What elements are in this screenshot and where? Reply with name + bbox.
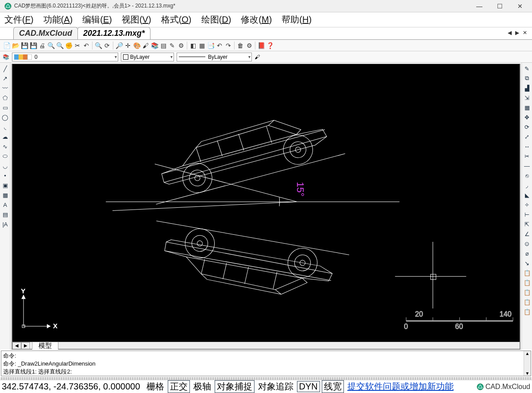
line-icon[interactable]: ╱ [1, 65, 9, 72]
status-feedback-link[interactable]: 提交软件问题或增加新功能 [347, 381, 454, 393]
status-grid[interactable]: 栅格 [145, 381, 166, 393]
circle-icon[interactable]: ◯ [1, 113, 9, 121]
status-ortho[interactable]: 正交 [168, 380, 190, 393]
explode-icon[interactable]: ✧ [523, 201, 531, 209]
layer-combo[interactable]: 0 ▾ [12, 53, 118, 61]
mirror-icon[interactable]: ▟ [523, 84, 531, 92]
menu-func[interactable]: 功能(A) [43, 14, 73, 26]
doc-tab-1[interactable]: CAD.MxCloud [13, 27, 78, 39]
crosshair-icon[interactable]: ✛ [124, 42, 132, 50]
minimize-button[interactable]: — [469, 0, 490, 12]
zoom-realtime-icon[interactable]: 🔍 [94, 42, 102, 50]
zoom-window-icon[interactable]: 🔍 [56, 42, 64, 50]
stretch-icon[interactable]: ↔ [523, 142, 531, 150]
command-window[interactable]: 命令: 命令: _Draw2LineAngularDimension 选择直线段… [1, 351, 531, 376]
find-icon[interactable]: 🔎 [115, 42, 123, 50]
fillet-icon[interactable]: ◞ [523, 181, 531, 189]
clipboard-copy-icon[interactable]: 📋 [523, 269, 531, 277]
status-dyn[interactable]: DYN [297, 381, 320, 392]
clipboard-paste-icon[interactable]: 📋 [523, 279, 531, 286]
rectangle-icon[interactable]: ▭ [1, 103, 9, 111]
dim-diameter-icon[interactable]: ⌀ [523, 249, 531, 257]
regen-icon[interactable]: ⟳ [103, 42, 111, 50]
dim-radius-icon[interactable]: ⊙ [523, 240, 531, 248]
block-icon[interactable]: ◧ [189, 42, 197, 50]
tab-close-icon[interactable]: ✕ [521, 30, 528, 36]
maximize-button[interactable]: ☐ [490, 0, 510, 12]
menu-modify[interactable]: 修改(M) [241, 14, 272, 26]
color-combo[interactable]: ByLayer▾ [121, 53, 174, 61]
status-osnap[interactable]: 对象捕捉 [215, 380, 254, 393]
ellipse-icon[interactable]: ⬭ [1, 152, 9, 160]
mtext-icon[interactable]: |A [1, 220, 9, 228]
trim-icon[interactable]: ✂ [523, 152, 531, 160]
doc-tab-2[interactable]: 2021.12.13.mxg* [77, 27, 150, 39]
purge-icon[interactable]: 🗑 [236, 42, 244, 50]
extend-icon[interactable]: ― [523, 162, 531, 170]
save-icon[interactable]: 💾 [20, 42, 28, 50]
array-icon[interactable]: ▦ [523, 103, 531, 111]
drawing-canvas[interactable]: 15° [12, 64, 520, 342]
cut-icon[interactable]: ✂ [73, 42, 81, 50]
linetype-combo[interactable]: ByLayer▾ [177, 53, 252, 61]
open-icon[interactable]: 📂 [12, 42, 19, 50]
tab-prev-icon[interactable]: ◀ [506, 30, 513, 36]
text-icon[interactable]: A [1, 201, 9, 209]
dim-angular-icon[interactable]: ∠ [523, 230, 531, 238]
undo-path-icon[interactable]: ↶ [82, 42, 90, 50]
rotate-icon[interactable]: ⟳ [523, 123, 531, 131]
point-icon[interactable]: • [1, 172, 9, 179]
cmd-scrollbar[interactable]: ▲▼ [524, 351, 531, 376]
zoom-extents-icon[interactable]: 🔍 [47, 42, 55, 50]
clipboard-cut-icon[interactable]: 📋 [523, 288, 531, 296]
break-icon[interactable]: ⎋ [523, 172, 531, 179]
help-icon[interactable]: ❓ [266, 42, 274, 50]
leader-icon[interactable]: ↘ [523, 259, 531, 267]
spline-icon[interactable]: ∿ [1, 142, 9, 150]
ellipse-arc-icon[interactable]: ◡ [1, 162, 9, 170]
chamfer-icon[interactable]: ◣ [523, 191, 531, 199]
polyline-icon[interactable]: 〰 [1, 84, 9, 92]
xref-icon[interactable]: 📑 [207, 42, 215, 50]
menu-file[interactable]: 文件(F) [4, 14, 34, 26]
dim-aligned-icon[interactable]: ⇱ [523, 220, 531, 228]
tab-next-icon[interactable]: ▶ [514, 30, 520, 36]
polygon-icon[interactable]: ⬠ [1, 94, 9, 102]
menu-format[interactable]: 格式(O) [161, 14, 192, 26]
erase-icon[interactable]: ✎ [523, 65, 531, 72]
table-icon[interactable]: ▤ [1, 210, 9, 218]
xline-icon[interactable]: ↗ [1, 74, 9, 82]
dim-linear-icon[interactable]: ⊢ [523, 210, 531, 218]
close-button[interactable]: ✕ [510, 0, 530, 12]
matchprop-icon[interactable]: 🖌 [254, 54, 260, 60]
move-icon[interactable]: ✥ [523, 113, 531, 121]
new-icon[interactable]: 📄 [3, 42, 11, 50]
copy-icon[interactable]: ⧉ [523, 74, 531, 82]
tab-scroll-right-icon[interactable]: ▶ [21, 342, 30, 349]
clipboard-4-icon[interactable]: 📋 [523, 298, 531, 306]
revcloud-icon[interactable]: ☁ [1, 133, 9, 141]
menu-draw[interactable]: 绘图(D) [201, 14, 231, 26]
menu-help[interactable]: 帮助(H) [281, 14, 312, 26]
arc-icon[interactable]: ◟ [1, 123, 9, 131]
menu-edit[interactable]: 编辑(E) [82, 14, 112, 26]
edit-line-icon[interactable]: ✎ [168, 42, 176, 50]
properties-icon[interactable]: ⚙ [177, 42, 185, 50]
clipboard-5-icon[interactable]: 📋 [523, 308, 531, 316]
saveas-icon[interactable]: 💾 [29, 42, 37, 50]
redo-icon[interactable]: ↷ [224, 42, 232, 50]
status-lwt[interactable]: 线宽 [322, 380, 344, 393]
scale-icon[interactable]: ⤢ [523, 133, 531, 141]
model-tab[interactable]: 模型 [32, 342, 58, 350]
undo-icon[interactable]: ↶ [216, 42, 224, 50]
settings-icon[interactable]: ⚙ [245, 42, 253, 50]
print-icon[interactable]: 🖨 [38, 42, 46, 50]
palette-icon[interactable]: 🎨 [133, 42, 141, 50]
layers-icon[interactable]: 📚 [150, 42, 158, 50]
lineweight-icon[interactable]: ▤ [159, 42, 167, 50]
brush-icon[interactable]: 🖌 [142, 42, 150, 50]
hscrollbar[interactable] [58, 343, 520, 349]
status-polar[interactable]: 极轴 [192, 381, 213, 393]
block-insert-icon[interactable]: ▣ [1, 181, 9, 189]
hatch-icon[interactable]: ▦ [1, 191, 9, 199]
